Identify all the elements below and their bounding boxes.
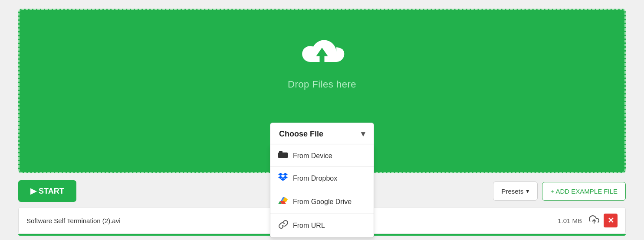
file-size: 1.01 MB <box>558 217 582 224</box>
device-icon <box>278 151 288 160</box>
upload-icon-wrapper: Drop Files here <box>288 36 356 90</box>
menu-item-device[interactable]: From Device <box>270 145 374 167</box>
dropdown-menu: From Device From Dropbox <box>270 145 374 238</box>
menu-item-dropbox[interactable]: From Dropbox <box>270 167 374 190</box>
svg-marker-4 <box>283 173 288 176</box>
close-icon: ✕ <box>608 216 614 225</box>
start-label: ▶ START <box>30 186 64 196</box>
menu-item-url-label: From URL <box>293 222 325 230</box>
dropbox-icon <box>278 173 288 184</box>
add-example-label: + ADD EXAMPLE FILE <box>550 188 618 195</box>
menu-item-gdrive[interactable]: From Google Drive <box>270 190 374 214</box>
drop-zone[interactable]: Drop Files here Choose File ▾ <box>18 9 626 173</box>
choose-file-dropdown[interactable]: Choose File ▾ From Device <box>270 123 374 238</box>
presets-button[interactable]: Presets ▾ <box>493 182 538 201</box>
upload-cloud-icon <box>298 36 346 73</box>
chevron-down-icon: ▾ <box>361 129 365 139</box>
right-buttons: Presets ▾ + ADD EXAMPLE FILE <box>493 182 626 201</box>
remove-file-button[interactable]: ✕ <box>604 214 618 227</box>
presets-chevron-icon: ▾ <box>526 187 529 195</box>
drop-zone-text: Drop Files here <box>288 79 356 90</box>
choose-file-label: Choose File <box>279 130 323 139</box>
menu-item-dropbox-label: From Dropbox <box>293 175 337 182</box>
url-icon <box>278 220 288 231</box>
menu-item-url[interactable]: From URL <box>270 214 374 237</box>
add-example-button[interactable]: + ADD EXAMPLE FILE <box>542 182 626 201</box>
gdrive-icon <box>278 196 288 207</box>
svg-rect-1 <box>278 152 288 158</box>
presets-label: Presets <box>501 188 523 195</box>
start-button[interactable]: ▶ START <box>18 180 76 202</box>
svg-marker-3 <box>278 173 283 176</box>
main-container: Drop Files here Choose File ▾ <box>18 9 626 236</box>
upload-button[interactable] <box>589 214 599 227</box>
menu-item-device-label: From Device <box>293 152 332 160</box>
choose-file-button[interactable]: Choose File ▾ <box>270 123 374 145</box>
menu-item-gdrive-label: From Google Drive <box>293 198 352 206</box>
svg-rect-2 <box>279 151 283 153</box>
